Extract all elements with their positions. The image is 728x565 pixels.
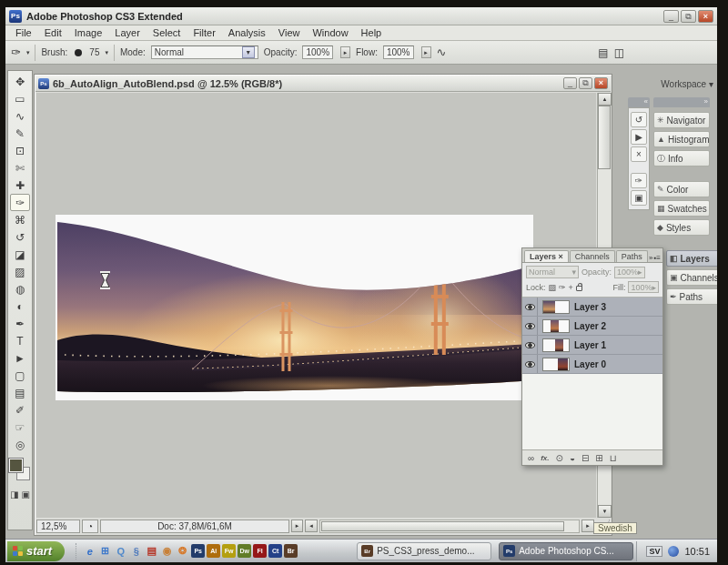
pen-tool[interactable]: ✒ — [10, 315, 30, 332]
actions-panel-icon[interactable]: ▶ — [631, 129, 647, 145]
firefox-icon[interactable]: ❂ — [175, 543, 190, 560]
panel-button-navigator[interactable]: ✳Navigator — [653, 112, 710, 128]
gradient-tool[interactable]: ▨ — [10, 263, 30, 280]
healing-brush-tool[interactable]: ✚ — [10, 177, 30, 194]
vertical-scroll-thumb[interactable] — [598, 106, 611, 169]
menu-select[interactable]: Select — [147, 26, 187, 39]
link-layers-icon[interactable]: ∞ — [528, 453, 534, 463]
layer-name[interactable]: Layer 3 — [574, 302, 606, 312]
task-photoshop-window[interactable]: Ps Adobe Photoshop CS... — [499, 542, 633, 560]
brush-tool-icon[interactable]: ✑ — [11, 45, 21, 59]
new-layer-icon[interactable]: ⊞ — [595, 453, 602, 463]
quick-selection-tool[interactable]: ✎ — [10, 125, 30, 142]
layer-row-2[interactable]: Layer 2 — [522, 317, 662, 336]
layer-mask-icon[interactable]: ⊙ — [555, 453, 562, 463]
airbrush-toggle-icon[interactable]: ∿ — [437, 45, 447, 59]
history-brush-tool[interactable]: ↺ — [10, 228, 30, 246]
bridge-launch-icon[interactable]: Br — [284, 544, 298, 558]
marquee-tool[interactable]: ▭ — [10, 90, 30, 107]
tab-paths[interactable]: Paths — [616, 250, 648, 262]
msn-icon[interactable]: ⊞ — [97, 543, 113, 560]
menu-filter[interactable]: Filter — [187, 26, 221, 39]
lock-pixels-icon[interactable]: ✑ — [559, 283, 566, 292]
fireworks-launch-icon[interactable]: Fw — [222, 544, 236, 558]
panel-button-histogram[interactable]: ▲Histogram — [653, 131, 710, 147]
shape-tool[interactable]: ▢ — [10, 367, 30, 384]
menu-file[interactable]: File — [9, 26, 38, 39]
zoom-level-field[interactable]: 12,5% — [36, 520, 80, 533]
panel-collapse-icon[interactable]: » — [649, 254, 652, 262]
blur-tool[interactable]: ◍ — [10, 280, 30, 298]
panel-button-color[interactable]: ✎Color — [653, 181, 710, 197]
dock-collapse-right[interactable]: » — [653, 97, 710, 107]
new-group-icon[interactable]: ⊟ — [581, 453, 589, 463]
layer-thumbnail[interactable] — [542, 319, 570, 333]
layer-row-0[interactable]: Layer 0 — [522, 355, 662, 374]
brushes-panel-icon[interactable]: ✑ — [631, 173, 647, 188]
start-button[interactable]: start — [7, 541, 65, 561]
go-to-bridge-icon[interactable]: ◫ — [614, 46, 624, 59]
menu-image[interactable]: Image — [68, 26, 109, 39]
lasso-tool[interactable]: ∿ — [10, 107, 30, 125]
adjustment-layer-icon[interactable]: ◒ — [570, 453, 575, 463]
tray-app-icon[interactable] — [668, 546, 679, 557]
delete-layer-icon[interactable]: ⊔ — [610, 453, 617, 463]
scroll-right-icon[interactable]: ▸ — [581, 520, 594, 532]
document-titlebar[interactable]: Ps 6b_AutoAlign_AutoBlend.psd @ 12.5% (R… — [35, 76, 611, 92]
illustrator-launch-icon[interactable]: Ai — [207, 544, 220, 558]
contribute-launch-icon[interactable]: Ct — [268, 544, 282, 558]
fill-field[interactable]: 100%▸ — [628, 281, 659, 293]
layer-thumbnail[interactable] — [542, 358, 570, 371]
palette-well-icon[interactable]: ▤ — [598, 46, 608, 59]
zoom-tool[interactable]: ◎ — [10, 436, 30, 453]
layer-name[interactable]: Layer 1 — [574, 340, 606, 350]
workspace-selector[interactable]: Workspace ▾ — [637, 79, 713, 89]
visibility-toggle[interactable] — [522, 336, 538, 354]
horizontal-scroll-thumb[interactable] — [321, 521, 564, 531]
dodge-tool[interactable]: ◐ — [10, 298, 30, 315]
lock-position-icon[interactable]: + — [569, 283, 573, 292]
acrobat-reader-icon[interactable]: ▤ — [144, 543, 159, 560]
menu-help[interactable]: Help — [355, 26, 389, 39]
minimize-button[interactable]: _ — [663, 10, 679, 23]
tool-preset-arrow-icon[interactable]: ▾ — [26, 49, 30, 56]
layer-style-icon[interactable]: fx. — [541, 454, 549, 462]
flash-launch-icon[interactable]: Fl — [253, 544, 267, 558]
menu-analysis[interactable]: Analysis — [222, 26, 272, 39]
panel-button-swatches[interactable]: ▦Swatches — [653, 200, 710, 217]
doc-minimize-button[interactable]: _ — [563, 77, 577, 89]
panel-menu-icon[interactable]: ▪≡ — [653, 254, 661, 262]
doc-maximize-button[interactable]: ⧉ — [579, 77, 592, 89]
scroll-down-icon[interactable]: ▾ — [598, 505, 612, 518]
layer-name[interactable]: Layer 0 — [574, 359, 606, 369]
brush-size[interactable]: 75 — [89, 47, 99, 57]
doc-close-button[interactable]: × — [594, 77, 608, 89]
panel-button-info[interactable]: ⓘInfo — [653, 150, 710, 166]
layer-row-3[interactable]: Layer 3 — [522, 298, 662, 317]
layer-thumbnail[interactable] — [542, 300, 570, 314]
mode-dropdown-icon[interactable]: ▾ — [242, 46, 255, 58]
layer-opacity-field[interactable]: 100%▸ — [614, 267, 645, 278]
layer-name[interactable]: Layer 2 — [574, 321, 606, 331]
quicktime-icon[interactable]: Q — [113, 543, 128, 560]
horizontal-scrollbar[interactable] — [319, 520, 580, 533]
crop-tool[interactable]: ⊡ — [10, 142, 30, 159]
restore-button[interactable]: ⧉ — [681, 10, 696, 23]
layer-row-1[interactable]: Layer 1 — [522, 336, 662, 355]
dreamweaver-launch-icon[interactable]: Dw — [238, 544, 251, 558]
mode-select[interactable]: Normal ▾ — [151, 45, 258, 59]
opacity-spinner-icon[interactable]: ▸ — [340, 46, 350, 58]
notes-tool[interactable]: ▤ — [10, 384, 30, 401]
eyedropper-tool[interactable]: ✐ — [10, 401, 30, 419]
internet-explorer-icon[interactable]: e — [82, 543, 97, 560]
panel-button-styles[interactable]: ◆Styles — [653, 219, 710, 236]
brush-tool[interactable]: ✑ — [10, 194, 30, 211]
eraser-tool[interactable]: ◪ — [10, 246, 30, 263]
tab-layers[interactable]: Layers × — [524, 250, 569, 262]
type-tool[interactable]: T — [10, 332, 30, 349]
close-button[interactable]: × — [698, 10, 713, 23]
scroll-up-icon[interactable]: ▴ — [598, 93, 612, 106]
canvas[interactable] — [36, 93, 596, 518]
opacity-input[interactable]: 100% — [302, 45, 333, 59]
menu-window[interactable]: Window — [306, 26, 354, 39]
